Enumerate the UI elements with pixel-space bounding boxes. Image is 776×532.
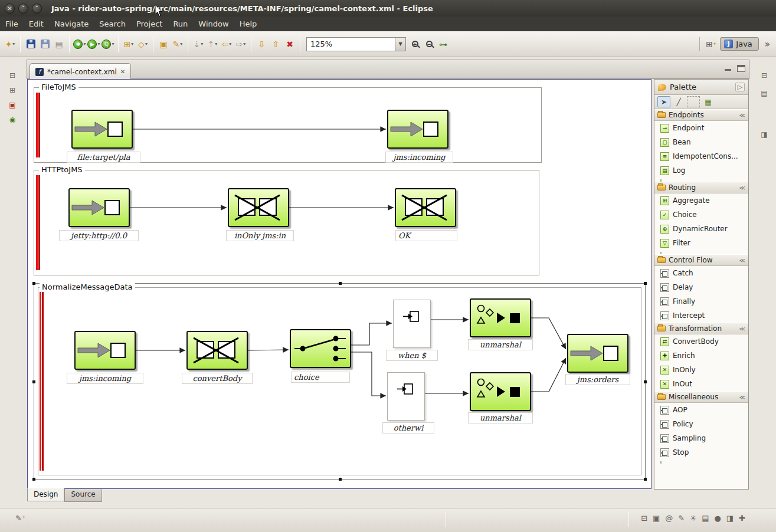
drawer-pin-icon[interactable]: ≪ [739,112,745,119]
menu-run[interactable]: Run [168,18,193,30]
node-endpoint[interactable] [387,110,448,149]
node-label[interactable]: when $ [386,350,438,361]
node-label[interactable]: jms:orders [565,374,630,385]
prev-annotation-button[interactable]: ⇧ [269,37,282,51]
menu-window[interactable]: Window [193,18,234,30]
run-button[interactable]: ▶▾ [87,37,100,51]
palette-collapse-button[interactable]: ▷ [735,83,745,91]
minimize-view-button[interactable] [724,65,732,72]
restore-views-icon[interactable]: ⊟ [641,514,647,523]
editor-tab[interactable]: f *camel-context.xml ✕ [30,63,131,80]
build-icon[interactable]: ✳ [690,514,696,523]
palette-item-bean[interactable]: ◻Bean [654,135,748,149]
node-otherwise[interactable] [387,372,425,421]
node-endpoint[interactable] [74,331,136,370]
palette-item-catch[interactable]: Catch [654,266,748,280]
left-trim-grid-icon[interactable]: ⊞ [6,84,19,96]
palette-group-transformation[interactable]: Transformation ≪ [654,323,748,334]
right-trim-view-icon[interactable]: ▤ [758,87,771,99]
maximize-view-button[interactable] [737,65,745,72]
maximize-window-button[interactable]: ˄ [32,4,42,14]
route-container-normalizemessagedata[interactable]: NormalizeMessageData [34,283,646,480]
selection-handle[interactable] [644,282,647,285]
connection-tool-icon[interactable]: ╱ [672,96,685,107]
node-label[interactable]: jetty:http://0.0 [59,230,139,241]
palette-item-choice[interactable]: ✓Choice [654,208,748,222]
minimize-window-button[interactable]: ˅ [18,4,28,14]
node-endpoint[interactable] [68,188,130,227]
zoom-input[interactable]: 125% [306,37,395,51]
palette-group-control-flow[interactable]: Control Flow ≪ [654,254,748,266]
progress-icon[interactable]: ✚ [739,514,745,523]
route-editor-canvas[interactable]: FileToJMS file:target/pla jms:incoming [27,79,651,489]
palette-item-inonly[interactable]: ✕InOnly [654,363,748,377]
palette-group-miscellaneous[interactable]: Miscellaneous ≪ [654,391,748,403]
node-label[interactable]: choice [291,372,350,383]
palette-item-finally[interactable]: Finally [654,294,748,308]
node-label[interactable]: inOnly jms:in [226,230,294,241]
remove-search-button[interactable]: ✖ [283,37,296,51]
selection-handle[interactable] [32,380,35,383]
node-label[interactable]: unmarshal [468,412,533,423]
palette-group-endpoints[interactable]: Endpoints ≪ [654,109,748,121]
skip-forward-button[interactable]: ⇡▾ [206,37,219,51]
palette-item-dynamicrouter[interactable]: ⊕DynamicRouter [654,222,748,236]
java-perspective-button[interactable]: J Java [720,37,758,51]
palette-item-aggregate[interactable]: ⊞Aggregate [654,193,748,208]
route-container-httptojms[interactable]: HTTPtoJMS [34,170,539,275]
new-java-class-button[interactable]: ◇▾ [136,37,149,51]
zoom-dropdown-button[interactable]: ▼ [395,37,406,51]
forward-button[interactable]: ⇨▾ [234,37,247,51]
marquee-tool-icon[interactable] [687,96,700,107]
drawer-pin-icon[interactable]: ≪ [739,257,745,264]
selection-handle[interactable] [644,478,647,481]
node-inonly[interactable] [228,188,289,227]
node-when[interactable] [393,300,431,348]
new-wizard-button[interactable]: ✦▾ [4,37,17,51]
node-inonly[interactable] [395,188,456,227]
layout-button[interactable]: ⊶ [437,37,450,51]
selection-handle[interactable] [339,478,342,481]
node-label[interactable]: otherwi [382,422,434,434]
route-container-filetojms[interactable]: FileToJMS file:target/pla jms:incoming [34,87,542,163]
menu-edit[interactable]: Edit [24,18,49,30]
node-label[interactable]: OK [395,230,457,241]
left-trim-outline-icon[interactable]: ◉ [6,114,19,126]
open-perspective-button[interactable]: ⊞✦ [705,37,718,51]
palette-item-policy[interactable]: Policy [654,417,748,431]
back-button[interactable]: ⇦▾ [220,37,233,51]
menu-navigate[interactable]: Navigate [49,18,94,30]
save-all-button[interactable] [38,37,51,51]
overview-icon[interactable]: ▣ [653,514,660,523]
edit-mode-icon[interactable]: ✎ [678,514,685,523]
close-window-button[interactable]: ✕ [5,4,15,14]
drawer-pin-icon[interactable]: ≪ [739,185,745,191]
zoom-in-button[interactable]: + [408,37,421,51]
select-tool-icon[interactable]: ➤ [657,96,670,107]
selection-handle[interactable] [32,282,35,285]
toolbar-overflow-chevron[interactable]: » [762,39,772,50]
palette-item-stop[interactable]: Stop [654,445,748,459]
palette-item-convertbody[interactable]: ⇄ConvertBody [654,334,748,349]
menu-help[interactable]: Help [234,18,263,30]
new-java-project-button[interactable]: ⊞▾ [122,37,135,51]
palette-item-delay[interactable]: Delay [654,280,748,294]
node-label[interactable]: jms:incoming [385,152,453,163]
open-type-button[interactable]: ▣ [157,37,170,51]
right-trim-outline-icon[interactable]: ◨ [758,129,771,140]
palette-group-routing[interactable]: Routing ≪ [654,182,748,193]
left-trim-problems-icon[interactable]: ▣ [6,99,19,111]
selection-handle[interactable] [32,478,35,481]
skip-back-button[interactable]: ⇣▾ [192,37,205,51]
drawer-pin-icon[interactable]: ≪ [739,394,745,400]
right-trim-restore-icon[interactable]: ⊟ [758,70,771,81]
print-button[interactable]: ▤ [53,37,66,51]
node-unmarshal[interactable] [470,372,531,411]
palette-item-log[interactable]: ▤Log [654,163,748,178]
node-convertbody[interactable] [186,331,248,370]
node-label[interactable]: unmarshal [468,339,533,350]
node-endpoint[interactable] [71,110,133,149]
menu-file[interactable]: File [0,18,24,30]
java-search-button[interactable]: ✎▾ [171,37,184,51]
node-unmarshal[interactable] [470,298,531,337]
